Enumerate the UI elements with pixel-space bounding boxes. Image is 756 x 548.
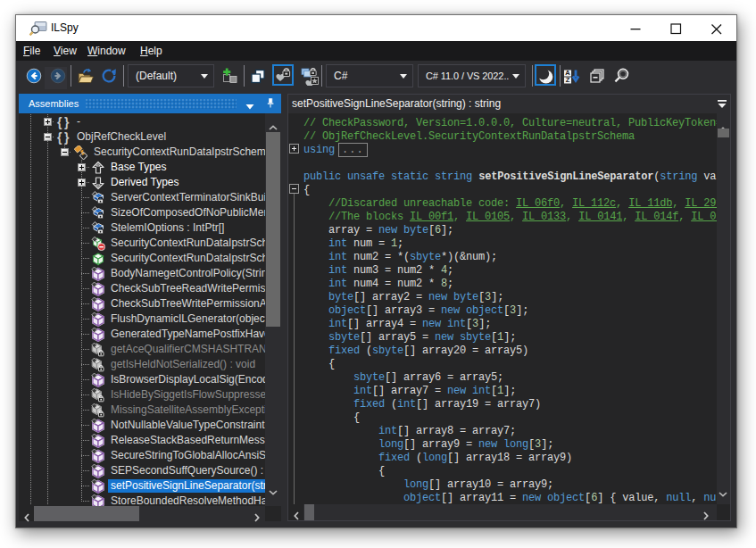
svg-text:}: } xyxy=(64,115,70,129)
svg-text:Z: Z xyxy=(566,76,570,84)
svg-text:{: { xyxy=(57,115,62,129)
svg-text:{: { xyxy=(57,130,62,145)
svg-text:}: } xyxy=(64,130,70,145)
